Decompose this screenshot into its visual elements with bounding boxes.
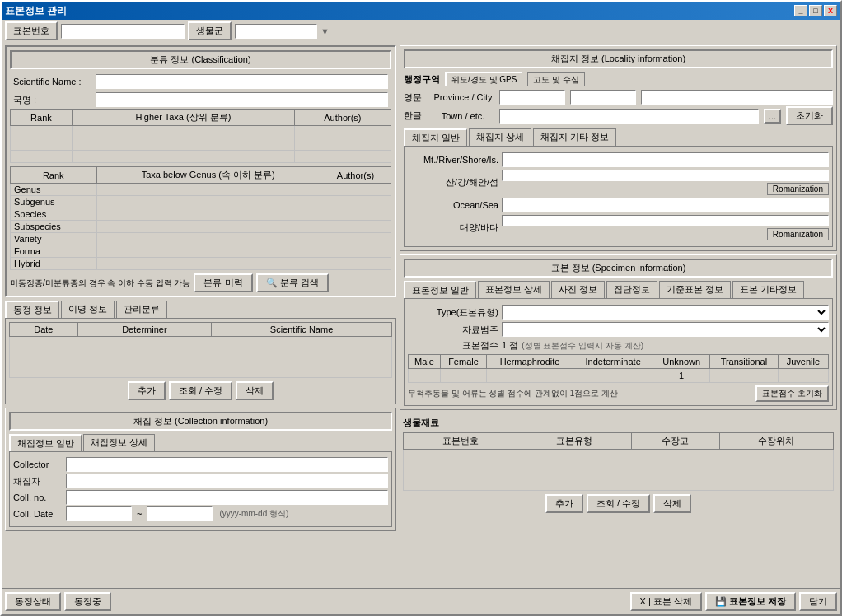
- determination-tab-bar: 동정 정보 이명 정보 관리분류: [5, 301, 396, 318]
- bio-material-title: 생물재료: [403, 417, 834, 429]
- romanization-btn-ocean[interactable]: Romanization: [767, 228, 829, 240]
- taxa-below-header: Taxa below Genus (속 이하 분류): [96, 167, 320, 184]
- province-city-input[interactable]: [499, 90, 565, 105]
- close-button-bottom[interactable]: 닫기: [799, 592, 837, 611]
- locality-browse-button[interactable]: ...: [764, 109, 781, 124]
- delete-determination-button[interactable]: 삭제: [236, 381, 274, 400]
- tab-specimen-detail[interactable]: 표본정보 상세: [478, 281, 550, 298]
- delete-specimen-button[interactable]: X | 표본 삭제: [630, 592, 702, 611]
- mountain-kr-row: 산/강/해안/섬 Romanization: [408, 170, 829, 195]
- town-input[interactable]: [499, 109, 759, 124]
- sex-note: 무척추동물 및 어류는 성별 점수에 관계없이 1점으로 계산: [408, 388, 618, 399]
- specimen-no-input[interactable]: [61, 24, 185, 39]
- add-determination-button[interactable]: 추가: [128, 381, 166, 400]
- sex-header: Unknown: [653, 355, 710, 369]
- tab-locality-general[interactable]: 채집지 일반: [404, 128, 467, 146]
- type-row: Type(표본유형): [408, 305, 829, 320]
- collector-kr-input[interactable]: [66, 474, 388, 488]
- tab-specimen-group[interactable]: 집단정보: [606, 281, 657, 298]
- author-header: Author(s): [294, 110, 391, 126]
- sex-value: [709, 369, 778, 383]
- tab-collection-general[interactable]: 채집정보 일반: [9, 434, 82, 451]
- count-note: (성별 표본점수 입력시 자동 계산): [522, 340, 643, 352]
- count-row: 표본점수 1 점 (성별 표본점수 입력시 자동 계산): [408, 339, 829, 352]
- table-row: Variety: [11, 233, 391, 245]
- status2-button[interactable]: 동정중: [64, 592, 111, 611]
- province-city-input3[interactable]: [641, 90, 833, 105]
- mountain-kr-label: 산/강/해안/섬: [408, 176, 498, 189]
- mountain-kr-input[interactable]: [502, 170, 829, 181]
- title-bar-buttons: _ □ X: [794, 5, 837, 16]
- edit-bio-button[interactable]: 조회 / 수정: [587, 494, 650, 513]
- sex-header: Male: [409, 355, 441, 369]
- tab-locality-other[interactable]: 채집지 기타 정보: [533, 128, 616, 146]
- coll-date-label: Coll. Date: [13, 509, 63, 519]
- table-row: Genus: [11, 184, 391, 196]
- tab-admin-class[interactable]: 관리분류: [116, 301, 167, 318]
- sci-name-input[interactable]: [96, 74, 388, 89]
- coll-date-row: Coll. Date ~ (yyyy-mm-dd 형식): [13, 506, 388, 521]
- determination-btn-row: 추가 조회 / 수정 삭제: [9, 381, 392, 400]
- status1-button[interactable]: 동정상태: [5, 592, 61, 611]
- window-title: 표본정보 관리: [5, 4, 67, 18]
- specimen-no-label[interactable]: 표본번호: [5, 21, 58, 40]
- town-etc-label: Town / etc.: [430, 111, 496, 121]
- tab-specimen-general[interactable]: 표본정보 일반: [404, 281, 476, 298]
- tab-locality-detail[interactable]: 채집지 상세: [469, 128, 531, 146]
- sex-header: Indeterminate: [573, 355, 653, 369]
- data-type-select[interactable]: [502, 322, 829, 337]
- classification-history-button[interactable]: 분류 미력: [194, 273, 252, 292]
- ocean-kr-input[interactable]: [502, 215, 829, 226]
- sci-name-label: Scientific Name :: [13, 77, 96, 86]
- tab-specimen-standard[interactable]: 기준표본 정보: [659, 281, 731, 298]
- collector-input[interactable]: [66, 457, 388, 472]
- tab-collection-detail[interactable]: 채집정보 상세: [83, 434, 155, 451]
- coll-no-input[interactable]: [66, 490, 388, 505]
- table-row: [11, 151, 391, 163]
- organism-input[interactable]: [235, 24, 317, 39]
- locality-title: 채집지 정보 (Locality information): [404, 49, 833, 68]
- add-bio-button[interactable]: 추가: [545, 494, 583, 513]
- ocean-input[interactable]: [502, 198, 829, 212]
- nation-input[interactable]: [96, 92, 388, 107]
- sex-value: [409, 369, 441, 383]
- classification-search-button[interactable]: 🔍 분류 검색: [256, 273, 329, 292]
- date-tilde: ~: [137, 509, 142, 519]
- gps-tab[interactable]: 위도/경도 및 GPS: [445, 72, 522, 86]
- date-format-note: (yyyy-mm-dd 형식): [219, 508, 288, 520]
- type-select[interactable]: [502, 305, 829, 320]
- minimize-button[interactable]: _: [794, 5, 807, 16]
- province-city-label: Province / City: [430, 92, 496, 102]
- edit-determination-button[interactable]: 조회 / 수정: [169, 381, 232, 400]
- ocean-kr-row: 대양/바다 Romanization: [408, 215, 829, 240]
- romanization-btn-mountain[interactable]: Romanization: [767, 183, 829, 195]
- specimen-title: 표본 정보 (Specimen information): [404, 259, 833, 278]
- ocean-label: Ocean/Sea: [408, 200, 498, 210]
- locality-subtabs-area: 채집지 일반 채집지 상세 채집지 기타 정보 Mt./River/Shore/…: [404, 128, 833, 247]
- data-type-label: 자료범주: [408, 324, 498, 336]
- tab-specimen-photo[interactable]: 사진 정보: [551, 281, 605, 298]
- collection-tab-bar: 채집정보 일반 채집정보 상세: [9, 434, 392, 451]
- close-button[interactable]: X: [824, 5, 837, 16]
- kor-row: 한글 Town / etc. ... 초기화: [404, 106, 833, 125]
- province-city-input2[interactable]: [570, 90, 636, 105]
- tab-synonym[interactable]: 이명 정보: [61, 301, 115, 318]
- delete-bio-button[interactable]: 삭제: [653, 494, 691, 513]
- tab-determination[interactable]: 동정 정보: [5, 301, 59, 318]
- mt-input[interactable]: [502, 152, 829, 167]
- title-bar: 표본정보 관리 _ □ X: [2, 2, 840, 20]
- coll-date-from[interactable]: [66, 506, 132, 521]
- table-row: [11, 138, 391, 151]
- organism-label[interactable]: 생물군: [188, 21, 232, 40]
- tab-specimen-other[interactable]: 표본 기타정보: [732, 281, 804, 298]
- eng-label: 영문: [404, 91, 427, 104]
- save-specimen-button[interactable]: 💾 표본정보 저장: [705, 592, 796, 611]
- right-panel: 채집지 정보 (Locality information) 행정구역 위도/경도…: [400, 45, 837, 585]
- locality-reset-button[interactable]: 초기화: [786, 106, 833, 125]
- reset-count-button[interactable]: 표본점수 초기화: [755, 385, 829, 402]
- eng-row: 영문 Province / City: [404, 90, 833, 105]
- altitude-tab[interactable]: 고도 및 수심: [527, 72, 585, 86]
- collector-kr-row: 채집자: [13, 474, 388, 488]
- maximize-button[interactable]: □: [809, 5, 822, 16]
- coll-date-to[interactable]: [147, 506, 213, 521]
